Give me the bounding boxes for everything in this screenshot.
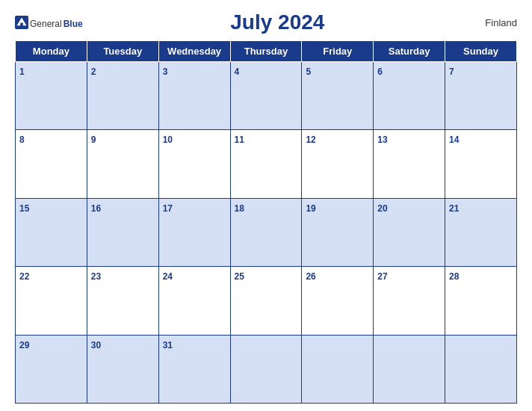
day-number: 13 xyxy=(377,135,387,145)
empty-cell xyxy=(445,335,517,403)
day-number: 11 xyxy=(235,135,244,145)
day-number: 14 xyxy=(449,135,459,145)
calendar-week-row: 891011121314 xyxy=(16,130,517,198)
general-blue-icon xyxy=(15,16,28,29)
calendar-day-cell: 25 xyxy=(230,267,302,335)
calendar-day-cell: 29 xyxy=(16,335,87,403)
calendar-day-cell: 17 xyxy=(158,198,230,266)
calendar-day-cell: 15 xyxy=(16,198,87,266)
calendar-day-cell: 7 xyxy=(445,62,517,130)
day-number: 7 xyxy=(449,67,454,77)
day-number: 8 xyxy=(19,135,25,145)
calendar-day-cell: 13 xyxy=(374,130,445,198)
weekday-header-tuesday: Tuesday xyxy=(87,41,158,62)
day-number: 25 xyxy=(235,271,244,282)
calendar-day-cell: 24 xyxy=(158,267,230,335)
day-number: 18 xyxy=(235,203,244,214)
calendar-day-cell: 16 xyxy=(87,198,158,266)
logo-text: General Blue xyxy=(15,16,83,29)
day-number: 30 xyxy=(91,340,101,350)
weekday-header-row: MondayTuesdayWednesdayThursdayFridaySatu… xyxy=(16,41,517,62)
day-number: 29 xyxy=(19,340,29,350)
calendar-week-row: 293031 xyxy=(16,335,517,403)
empty-cell xyxy=(302,335,374,403)
weekday-header-friday: Friday xyxy=(302,41,374,62)
calendar-day-cell: 31 xyxy=(158,335,230,403)
day-number: 26 xyxy=(306,271,315,282)
day-number: 6 xyxy=(377,67,383,77)
top-bar: General Blue July 2024 Finland xyxy=(15,7,517,37)
day-number: 5 xyxy=(306,67,311,77)
weekday-header-monday: Monday xyxy=(16,41,87,62)
calendar-day-cell: 1 xyxy=(16,62,87,130)
logo-general-text: General xyxy=(30,19,62,29)
calendar-week-row: 1234567 xyxy=(16,62,517,130)
calendar-day-cell: 20 xyxy=(374,198,445,266)
day-number: 3 xyxy=(163,67,168,77)
weekday-header-saturday: Saturday xyxy=(374,41,445,62)
day-number: 16 xyxy=(91,203,101,214)
day-number: 1 xyxy=(19,67,25,77)
calendar-week-row: 22232425262728 xyxy=(16,267,517,335)
calendar-day-cell: 8 xyxy=(16,130,87,198)
day-number: 15 xyxy=(19,203,29,214)
calendar-day-cell: 11 xyxy=(230,130,302,198)
calendar-day-cell: 22 xyxy=(16,267,87,335)
calendar-day-cell: 30 xyxy=(87,335,158,403)
calendar-page: General Blue July 2024 Finland MondayTue… xyxy=(0,0,532,411)
day-number: 23 xyxy=(91,271,101,282)
calendar-day-cell: 19 xyxy=(302,198,374,266)
day-number: 24 xyxy=(163,271,173,282)
weekday-header-sunday: Sunday xyxy=(445,41,517,62)
day-number: 19 xyxy=(306,203,315,214)
day-number: 2 xyxy=(91,67,96,77)
calendar-day-cell: 9 xyxy=(87,130,158,198)
calendar-day-cell: 2 xyxy=(87,62,158,130)
day-number: 9 xyxy=(91,135,96,145)
calendar-day-cell: 5 xyxy=(302,62,374,130)
weekday-header-thursday: Thursday xyxy=(230,41,302,62)
svg-rect-2 xyxy=(20,23,23,27)
day-number: 4 xyxy=(235,67,240,77)
day-number: 28 xyxy=(449,271,459,282)
calendar-week-row: 15161718192021 xyxy=(16,198,517,266)
calendar-day-cell: 12 xyxy=(302,130,374,198)
calendar-day-cell: 28 xyxy=(445,267,517,335)
calendar-day-cell: 21 xyxy=(445,198,517,266)
day-number: 22 xyxy=(19,271,29,282)
logo-area: General Blue xyxy=(15,16,83,29)
calendar-day-cell: 4 xyxy=(230,62,302,130)
calendar-day-cell: 3 xyxy=(158,62,230,130)
day-number: 27 xyxy=(377,271,387,282)
logo-blue-text: Blue xyxy=(64,19,83,29)
calendar-day-cell: 27 xyxy=(374,267,445,335)
calendar-day-cell: 14 xyxy=(445,130,517,198)
empty-cell xyxy=(230,335,302,403)
calendar-day-cell: 26 xyxy=(302,267,374,335)
day-number: 12 xyxy=(306,135,315,145)
weekday-header-wednesday: Wednesday xyxy=(158,41,230,62)
country-label: Finland xyxy=(472,17,517,28)
calendar-table: MondayTuesdayWednesdayThursdayFridaySatu… xyxy=(15,40,517,404)
day-number: 17 xyxy=(163,203,173,214)
day-number: 20 xyxy=(377,203,387,214)
empty-cell xyxy=(374,335,445,403)
day-number: 10 xyxy=(163,135,173,145)
day-number: 31 xyxy=(163,340,173,350)
day-number: 21 xyxy=(449,203,459,214)
calendar-day-cell: 23 xyxy=(87,267,158,335)
calendar-title: July 2024 xyxy=(83,10,472,34)
calendar-day-cell: 6 xyxy=(374,62,445,130)
calendar-day-cell: 10 xyxy=(158,130,230,198)
calendar-day-cell: 18 xyxy=(230,198,302,266)
